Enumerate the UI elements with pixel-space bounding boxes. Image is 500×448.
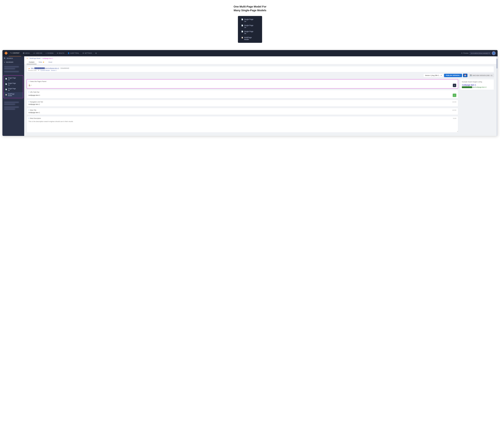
page-icon-2a: 📄 <box>5 83 7 85</box>
version-dropdown-icon: ▾ <box>441 75 442 76</box>
sidebar-search-btn[interactable]: 🔍 SEARCH <box>2 56 24 61</box>
current-version-link[interactable]: Current Version <box>41 70 50 71</box>
seo-box-title: Example Search Engine Listing <box>462 81 492 83</box>
sidebar-item-single-2a[interactable]: 📄 Single Page2a <box>4 81 23 87</box>
nav-item-schema[interactable]: ≡ SCHEMA <box>44 50 55 56</box>
tab-content[interactable]: Content <box>27 60 36 64</box>
audit-trail-nav-icon: 👤 <box>68 52 69 54</box>
nav-avatar[interactable]: 👤 <box>492 51 496 55</box>
nav-link-input-row <box>27 103 458 106</box>
sidebar: 🔍 SEARCH ✦ REORDER 📄 Single Page1a <box>2 56 24 136</box>
nav-item-web-ide[interactable]: </> WEB IDE <box>32 50 44 56</box>
parent-select-row: 🏠 / ▾ <box>27 83 458 88</box>
multipage-icon: 📋 <box>5 94 7 96</box>
meta-title-input-row <box>27 112 458 115</box>
meta-title-input[interactable] <box>28 112 456 113</box>
preview-eye-icon-small: 👁 <box>38 70 39 71</box>
parent-select-dropdown-btn[interactable]: ▾ <box>453 84 456 87</box>
meta-desc-help-icon: ? <box>28 117 29 119</box>
tab-head[interactable]: Head <box>46 60 54 64</box>
nav-item-media[interactable]: 🖼 MEDIA <box>21 50 32 56</box>
card-item-3: 📄 Single Page3a <box>241 31 259 34</box>
breadcrumb-current: multipage item 1 <box>42 58 53 59</box>
search-icon: 🔍 <box>4 58 6 59</box>
nav-item-hierarchy[interactable]: ⊞ <box>94 50 98 56</box>
card-item-1: 📄 Single Page1a <box>241 18 259 22</box>
calendar-icon: 📅 <box>464 75 466 76</box>
seo-url: ██████████.dev/multipage-item-1/ <box>462 86 492 88</box>
illustration-area: One Multi-Page Model For Many Single-Pag… <box>0 0 500 50</box>
url-link[interactable]: http://██████████.dev/multipage-item-1/ <box>31 67 59 69</box>
main-col: ? Select this Page's Parent 🏠 / ▾ <box>27 79 458 134</box>
nav-item-audit-trail[interactable]: 👤 AUDIT TRAIL <box>66 50 81 56</box>
home-icon: 🏠 <box>29 84 31 86</box>
nav-item-settings[interactable]: ⚙ SETTINGS <box>81 50 94 56</box>
meta-desc-label: ? Meta Description 0/160 <box>27 116 458 120</box>
tab-meta[interactable]: Meta <box>36 60 46 64</box>
nav-link-label: ? Navigation Link Text 16/150 <box>27 100 458 103</box>
preview-links: Preview Links: 👁 Current Version Version… <box>28 70 492 71</box>
save-icon: 💾 <box>470 75 472 76</box>
meta-title-char-count: 16/150 <box>452 110 456 111</box>
media-nav-icon: 🖼 <box>23 52 24 54</box>
meta-desc-char-count: 0/160 <box>453 118 456 119</box>
nav-preview-label: 👁 Preview <box>461 52 468 54</box>
content-layout: 🔍 SEARCH ✦ REORDER 📄 Single Page1a <box>2 56 498 136</box>
sidebar-item-multipage[interactable]: 📋 MultiPageModel <box>4 92 23 97</box>
sidebar-reorder-btn[interactable]: ✦ REORDER <box>2 61 24 64</box>
preview-eye-icon: 👁 <box>461 52 463 54</box>
url-icon: ☁ <box>28 67 30 69</box>
page-icon-3: 📄 <box>241 31 243 32</box>
hierarchy-nav-icon: ⊞ <box>95 52 97 54</box>
nav-link-input[interactable] <box>28 103 456 105</box>
meta-tab-badge <box>43 62 44 63</box>
parent-field: ? Select this Page's Parent 🏠 / ▾ <box>27 79 458 89</box>
sidebar-divider <box>2 64 24 65</box>
publish-btn[interactable]: PUBLISH VERSION 1 <box>444 74 462 77</box>
page-icon-1: 📄 <box>241 18 243 20</box>
seo-box: Example Search Engine Listing multipage … <box>460 79 494 90</box>
version-bar: Version 1 [Aug 28th 2... ▾ PUBLISH VERSI… <box>27 74 494 77</box>
parent-select-value: 🏠 / <box>29 84 452 86</box>
publish-calendar-btn[interactable]: 📅 <box>463 74 467 77</box>
card-item-2: 📄 Single Page2a <box>241 24 259 28</box>
url-path-check: ✓ <box>453 94 456 97</box>
nav-link-char-count: 16/150 <box>452 101 456 103</box>
url-bar: ☁ http://██████████.dev/multipage-item-1… <box>27 66 494 72</box>
meta-title-label: ? Meta Title 16/150 <box>27 108 458 112</box>
version1-link[interactable]: Version 1 <box>51 70 56 71</box>
sidebar-divider-2 <box>2 74 24 75</box>
sidebar-item-single-3a[interactable]: 📄 Single Page3a <box>4 87 23 92</box>
app-wrapper: ✎ CONTENT 🖼 MEDIA </> WEB IDE ≡ SCHEMA ♥… <box>2 50 498 136</box>
nav-item-health[interactable]: ♥ HEALTH <box>55 50 66 56</box>
url-path-help-icon: ? <box>28 91 29 93</box>
editor-area: ☁ http://██████████.dev/multipage-item-1… <box>24 64 496 136</box>
parent-field-label: ? Select this Page's Parent <box>27 80 458 83</box>
url-path-label: ? URL Path Part <box>27 90 458 94</box>
page-icon-2: 📄 <box>241 25 243 26</box>
url-path-input-row: ✓ <box>27 94 458 98</box>
breadcrumb-root-icon: ⊞ <box>27 58 28 59</box>
save-version-btn[interactable]: 💾 SAVE NEW VERSION (CMD + S) <box>468 74 494 77</box>
meta-desc-textarea[interactable] <box>27 120 458 132</box>
reorder-icon: ✦ <box>4 62 5 63</box>
right-scrollbar[interactable] <box>496 56 498 136</box>
url-path-input[interactable] <box>28 94 452 96</box>
meta-title-help-icon: ? <box>28 109 29 111</box>
sidebar-item-single-1a[interactable]: 📄 Single Page1a <box>4 76 23 81</box>
page-icon-3a: 📄 <box>5 89 7 90</box>
nav-item-content[interactable]: ✎ CONTENT <box>9 50 21 56</box>
seo-title: multipage item 1 <box>462 84 492 86</box>
nav-env-select[interactable]: live localhost [show example] ▾ <box>469 52 491 55</box>
illustration-card: 📄 Single Page1a 📄 Single Page2a 📄 Single… <box>238 16 262 43</box>
chevron-down-icon: ▾ <box>489 52 489 54</box>
version-select[interactable]: Version 1 [Aug 28th 2... ▾ <box>423 74 443 77</box>
page-icon: 📄 <box>5 78 7 80</box>
content-nav-icon: ✎ <box>10 52 12 54</box>
main-content: ⊞ › MultiPage Model › multipage item 1 C… <box>24 56 496 136</box>
sidebar-bottom <box>2 100 24 112</box>
meta-desc-field: ? Meta Description 0/160 <box>27 116 458 132</box>
scrollbar-thumb[interactable] <box>496 59 498 68</box>
logo-icon <box>4 51 8 55</box>
breadcrumb-parent-link[interactable]: MultiPage Model <box>30 58 40 59</box>
